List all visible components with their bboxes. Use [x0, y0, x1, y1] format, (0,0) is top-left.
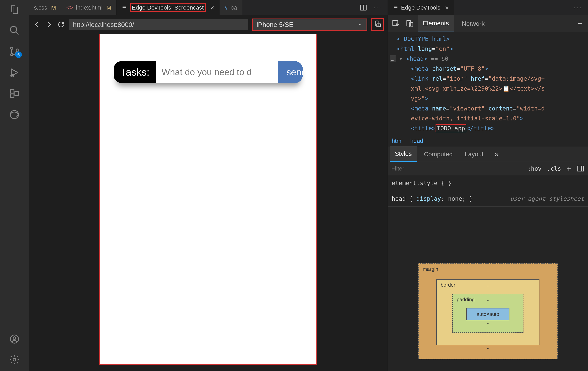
devtools-panel: Edge DevTools × ··· Elements Network + <… — [388, 0, 588, 371]
more-tabs-icon[interactable]: » — [494, 150, 499, 159]
box-model[interactable]: margin - border - padding - auto×auto - … — [388, 252, 588, 371]
reload-icon[interactable] — [57, 21, 65, 29]
tab-label: index.html — [76, 4, 103, 11]
devtools-tabstrip: Edge DevTools × ··· — [388, 0, 588, 15]
edge-icon[interactable] — [9, 109, 20, 120]
modified-indicator: M — [106, 4, 111, 11]
content-box: auto×auto — [466, 308, 509, 320]
tab-label: Edge DevTools: Screencast — [130, 3, 206, 12]
search-icon[interactable] — [9, 25, 20, 36]
element-style-block[interactable]: element.style { } — [388, 175, 588, 191]
rotate-button[interactable] — [371, 18, 384, 31]
padding-label: padding — [457, 297, 475, 303]
more-icon[interactable]: ··· — [373, 3, 382, 12]
task-input[interactable] — [156, 61, 278, 83]
styles-tabstrip: Styles Computed Layout » — [388, 146, 588, 162]
head-rule-block[interactable]: user agent stylesheethead { display: non… — [388, 191, 588, 206]
svg-rect-6 — [10, 89, 14, 93]
editor-tab-strip: s.css M <> index.html M Edge DevTools: S… — [29, 0, 388, 15]
devtools-tab-label: Edge DevTools — [401, 4, 441, 11]
devtools-tab[interactable]: Edge DevTools × — [388, 0, 454, 15]
new-style-icon[interactable]: + — [567, 164, 571, 173]
extensions-icon[interactable] — [9, 88, 20, 99]
device-select-value: iPhone 5/SE — [257, 21, 294, 29]
svg-point-0 — [10, 26, 17, 33]
modified-indicator: M — [51, 4, 56, 11]
device-frame[interactable]: Tasks: send — [99, 34, 317, 365]
forward-icon[interactable] — [45, 21, 53, 29]
hov-toggle[interactable]: :hov — [527, 165, 541, 172]
activity-bottom — [9, 334, 20, 365]
explorer-icon[interactable] — [9, 4, 20, 15]
url-input[interactable] — [69, 19, 248, 31]
run-debug-icon[interactable] — [9, 67, 20, 78]
margin-label: margin — [423, 266, 438, 272]
layout-tab[interactable]: Layout — [460, 147, 489, 162]
add-tab-icon[interactable]: + — [578, 19, 585, 29]
screencast-viewport: Tasks: send — [29, 34, 388, 371]
dom-breadcrumb[interactable]: html head — [388, 135, 588, 146]
tab-actions: ··· — [359, 0, 388, 15]
network-tab[interactable]: Network — [457, 15, 490, 32]
border-label: border — [441, 282, 455, 288]
todo-form: Tasks: send — [114, 61, 303, 83]
svg-line-1 — [16, 32, 19, 34]
dom-tree[interactable]: <!DOCTYPE html> <html lang="en"> … ▾ <he… — [388, 32, 588, 135]
activity-bar: 6 — [0, 0, 29, 371]
styles-filter-row: :hov .cls + — [388, 162, 588, 175]
svg-rect-8 — [15, 92, 19, 95]
cls-toggle[interactable]: .cls — [547, 165, 561, 172]
inspect-icon[interactable] — [390, 18, 401, 29]
svg-point-12 — [13, 358, 16, 361]
settings-icon[interactable] — [9, 354, 20, 365]
svg-rect-7 — [10, 94, 14, 98]
svg-point-4 — [16, 49, 18, 51]
close-icon[interactable]: × — [445, 4, 449, 11]
styles-tab[interactable]: Styles — [390, 146, 417, 162]
source-control-icon[interactable]: 6 — [9, 46, 20, 57]
screencast-nav: iPhone 5/SE — [29, 15, 388, 34]
devtools-toolbar: Elements Network + — [388, 15, 588, 32]
account-icon[interactable] — [9, 334, 20, 344]
split-editor-icon[interactable] — [359, 4, 367, 11]
toggle-sidebar-icon[interactable] — [577, 165, 585, 173]
close-icon[interactable]: × — [210, 4, 214, 11]
breadcrumb-html[interactable]: html — [392, 138, 403, 144]
tab-bas[interactable]: # ba — [220, 0, 242, 15]
device-toggle-icon[interactable] — [404, 18, 415, 29]
svg-rect-23 — [393, 21, 398, 26]
tab-css[interactable]: s.css M — [29, 0, 61, 15]
scm-badge: 6 — [15, 52, 22, 58]
editor-area: s.css M <> index.html M Edge DevTools: S… — [29, 0, 388, 371]
svg-point-11 — [13, 337, 16, 340]
styles-filter-input[interactable] — [391, 165, 522, 172]
tab-label: ba — [231, 4, 237, 11]
svg-point-3 — [10, 54, 13, 56]
tab-screencast[interactable]: Edge DevTools: Screencast × — [116, 0, 219, 15]
chevron-down-icon — [357, 22, 363, 28]
svg-point-2 — [10, 47, 13, 50]
computed-tab[interactable]: Computed — [419, 147, 458, 162]
elements-tab[interactable]: Elements — [418, 15, 454, 32]
svg-rect-26 — [578, 166, 584, 171]
tab-index-html[interactable]: <> index.html M — [61, 0, 116, 15]
device-select[interactable]: iPhone 5/SE — [252, 19, 367, 31]
tasks-label: Tasks: — [114, 61, 156, 83]
back-icon[interactable] — [33, 21, 41, 29]
tab-label: s.css — [34, 4, 47, 11]
breadcrumb-head[interactable]: head — [410, 138, 423, 144]
send-button[interactable]: send — [278, 61, 303, 83]
more-icon[interactable]: ··· — [574, 3, 582, 12]
